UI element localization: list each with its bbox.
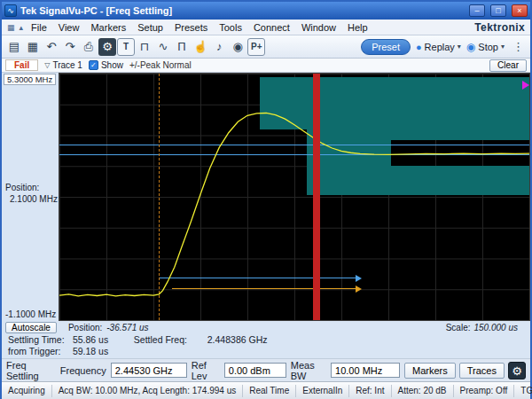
x-scale-value[interactable]: 150.000 us	[474, 323, 519, 332]
chevron-down-icon: ▽	[44, 61, 50, 69]
y-axis-bottom-label: -1.1000 MHz	[5, 309, 56, 319]
tektronix-logo: Tektronix	[474, 21, 527, 34]
meas-bw-field[interactable]	[331, 363, 400, 378]
pass-fail-badge: Fail	[5, 59, 38, 71]
results-row-2: from Trigger: 59.18 us	[8, 346, 524, 357]
menu-view[interactable]: View	[53, 21, 85, 34]
status-acq-bw: Acq BW: 10.00 MHz, Acq Length: 174.994 u…	[52, 385, 244, 397]
redo-icon[interactable]: ↷	[61, 38, 79, 56]
settings-gear-button[interactable]: ⚙	[508, 362, 526, 379]
position-scale-row: Autoscale Position: -36.571 us Scale: 15…	[2, 321, 530, 333]
status-tg: TG: Off	[514, 385, 532, 397]
menu-markers[interactable]: Markers	[85, 21, 131, 34]
settling-time-value: 55.86 us	[73, 334, 131, 346]
x-scale-group: Scale: 150.000 us	[446, 323, 518, 332]
save-icon[interactable]: ▦	[24, 38, 42, 56]
y-axis-position-block[interactable]: Position: 2.1000 MHz	[5, 182, 58, 205]
print-icon[interactable]: ⎙	[80, 38, 98, 56]
replay-label: Replay	[425, 42, 455, 52]
status-acquisition-state: Acquiring	[2, 385, 52, 397]
menu-presets[interactable]: Presets	[169, 21, 213, 34]
y-axis-gutter: 5.3000 MHz Position: 2.1000 MHz -1.1000 …	[2, 73, 59, 321]
x-position-value[interactable]: -36.571 us	[106, 323, 148, 332]
pulse-icon[interactable]: ⊓	[136, 38, 153, 56]
clear-button[interactable]: Clear	[489, 59, 527, 72]
stop-dropdown[interactable]: ◉ Stop ▾	[466, 41, 505, 53]
preset-plus-icon[interactable]: P+	[247, 38, 265, 56]
ref-lev-field[interactable]	[224, 363, 286, 378]
status-atten: Atten: 20 dB	[392, 385, 454, 397]
menu-bar: ▦ ▴ File View Markers Setup Presets Tool…	[2, 20, 530, 35]
mdi-restore-icon[interactable]: ▴	[18, 23, 26, 32]
x-position-label: Position:	[68, 323, 102, 332]
freq-trace	[59, 113, 529, 295]
minimize-button[interactable]: –	[469, 4, 485, 17]
settling-time-label: Settling Time:	[8, 334, 70, 346]
results-panel: Settling Time: 55.86 us Settled Freq: 2.…	[2, 333, 530, 358]
undo-icon[interactable]: ↶	[43, 38, 60, 56]
window-title: Tek SignalVu-PC - [Freq Settling]	[20, 5, 464, 16]
menu-tools[interactable]: Tools	[214, 21, 247, 34]
menu-window[interactable]: Window	[296, 21, 341, 34]
ref-lev-label: Ref Lev	[192, 360, 220, 381]
y-position-value: 2.1000 MHz	[5, 193, 58, 205]
title-bar: ∿ Tek SignalVu-PC - [Freq Settling] – □ …	[2, 2, 530, 20]
from-trigger-label: from Trigger:	[8, 346, 70, 357]
show-checkbox[interactable]: ✓	[89, 60, 98, 70]
trace-controls-bar: Fail ▽ Trace 1 ✓ Show +/-Peak Normal Cle…	[2, 59, 530, 73]
y-axis-top-label[interactable]: 5.3000 MHz	[4, 74, 56, 85]
menu-help[interactable]: Help	[342, 21, 373, 34]
detection-mode-label: +/-Peak Normal	[129, 60, 192, 70]
app-icon: ∿	[4, 4, 17, 17]
plot-area[interactable]	[59, 73, 530, 321]
status-ref: Ref: Int	[349, 385, 391, 397]
results-row-1: Settling Time: 55.86 us Settled Freq: 2.…	[8, 334, 524, 346]
traces-button[interactable]: Traces	[459, 363, 505, 379]
trace-selector[interactable]: ▽ Trace 1	[44, 60, 82, 70]
mask-violation-bar	[313, 74, 319, 320]
frequency-field[interactable]	[111, 363, 187, 378]
settled-freq-value: 2.448386 GHz	[207, 334, 268, 345]
menu-setup[interactable]: Setup	[132, 21, 168, 34]
show-label: Show	[101, 60, 123, 70]
status-bar: Acquiring Acq BW: 10.00 MHz, Acq Length:…	[2, 381, 530, 399]
maximize-button[interactable]: □	[490, 4, 506, 17]
toolbar: ▤ ▦ ↶ ↷ ⎙ ⚙ T ⊓ ∿ Π ☝ ♪ ◉ P+ Preset ● Re…	[2, 35, 530, 59]
mdi-window-icon[interactable]: ▦	[5, 23, 17, 32]
camera-icon[interactable]: ◉	[229, 38, 246, 56]
chevron-down-icon: ▾	[501, 43, 505, 51]
x-scale-label: Scale:	[446, 323, 471, 332]
main-area: 5.3000 MHz Position: 2.1000 MHz -1.1000 …	[2, 73, 530, 321]
preset-button[interactable]: Preset	[361, 39, 411, 55]
stop-label: Stop	[478, 42, 498, 52]
status-realtime: Real Time	[243, 385, 296, 397]
trace-selector-label: Trace 1	[52, 60, 82, 70]
replay-dropdown[interactable]: ● Replay ▾	[416, 42, 461, 52]
app-window: ∿ Tek SignalVu-PC - [Freq Settling] – □ …	[0, 0, 532, 399]
status-trigger-source: ExternalIn	[296, 385, 349, 397]
trigger-level-marker	[522, 81, 529, 90]
sine-wave-icon[interactable]: ∿	[154, 38, 172, 56]
y-position-label: Position:	[5, 182, 58, 193]
amplitude-measure-icon[interactable]: Π	[173, 38, 191, 56]
settings-gear-icon[interactable]: ⚙	[98, 38, 116, 56]
close-button[interactable]: ×	[512, 4, 528, 17]
trace-svg	[59, 74, 529, 320]
menu-file[interactable]: File	[26, 21, 52, 34]
trigger-setup-icon[interactable]: T	[117, 38, 135, 56]
touch-icon[interactable]: ☝	[192, 38, 209, 56]
status-preamp: Preamp: Off	[454, 385, 515, 397]
show-checkbox-group[interactable]: ✓ Show	[89, 60, 123, 70]
frequency-label: Frequency	[60, 365, 106, 376]
from-trigger-value: 59.18 us	[73, 346, 131, 357]
replay-icon: ●	[416, 42, 422, 52]
autoscale-button[interactable]: Autoscale	[5, 322, 57, 333]
markers-button[interactable]: Markers	[404, 363, 456, 379]
stop-icon: ◉	[466, 41, 475, 53]
meas-bw-label: Meas BW	[291, 360, 326, 381]
menu-connect[interactable]: Connect	[248, 21, 295, 34]
open-icon[interactable]: ▤	[5, 38, 23, 56]
overflow-menu-icon[interactable]: ⋮	[510, 40, 527, 53]
chevron-down-icon: ▾	[458, 43, 461, 51]
speaker-icon[interactable]: ♪	[210, 38, 228, 56]
